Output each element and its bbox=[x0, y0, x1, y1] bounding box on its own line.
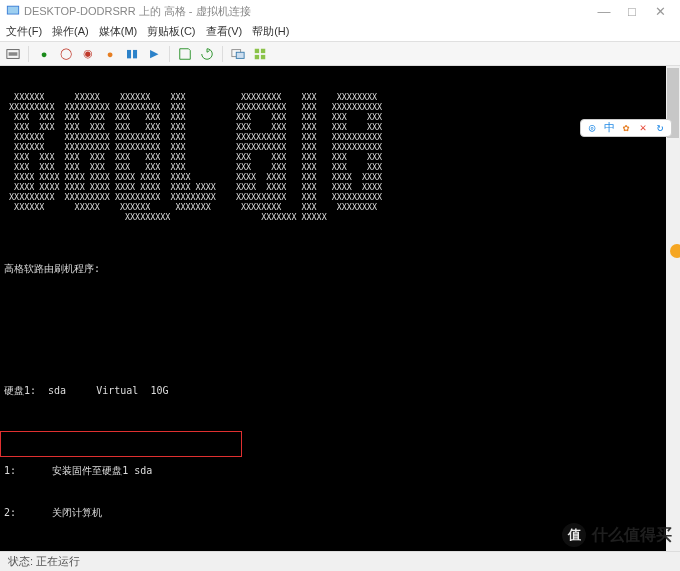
menu-file[interactable]: 文件(F) bbox=[6, 24, 42, 39]
close-button[interactable]: ✕ bbox=[646, 4, 674, 19]
menu-media[interactable]: 媒体(M) bbox=[99, 24, 138, 39]
watermark-text: 什么值得买 bbox=[592, 525, 672, 546]
enhanced-session-button[interactable] bbox=[229, 45, 247, 63]
ctrl-alt-del-button[interactable] bbox=[4, 45, 22, 63]
window-title: DESKTOP-DODRSRR 上的 高格 - 虚拟机连接 bbox=[24, 4, 251, 19]
program-label: 高格软路由刷机程序: bbox=[4, 262, 676, 276]
vm-window: DESKTOP-DODRSRR 上的 高格 - 虚拟机连接 — □ ✕ 文件(F… bbox=[0, 0, 680, 571]
share-button[interactable] bbox=[251, 45, 269, 63]
console-viewport[interactable]: XXXXXX XXXXX XXXXXX XXX XXXXXXXX XXX XXX… bbox=[0, 66, 680, 551]
svg-rect-7 bbox=[261, 48, 265, 52]
float-icon-1[interactable]: ◎ bbox=[585, 121, 599, 135]
reset-button[interactable]: ▶ bbox=[145, 45, 163, 63]
menu-action[interactable]: 操作(A) bbox=[52, 24, 89, 39]
status-text: 状态: 正在运行 bbox=[8, 554, 80, 569]
disk-line: 硬盘1: sda Virtual 10G bbox=[4, 384, 676, 398]
float-icon-5[interactable]: ↻ bbox=[653, 121, 667, 135]
ascii-banner: XXXXXX XXXXX XXXXXX XXX XXXXXXXX XXX XXX… bbox=[4, 92, 676, 222]
menu-help[interactable]: 帮助(H) bbox=[252, 24, 289, 39]
float-icon-3[interactable]: ✿ bbox=[619, 121, 633, 135]
turnoff-button[interactable]: ◯ bbox=[57, 45, 75, 63]
console-scrollbar[interactable] bbox=[666, 66, 680, 551]
svg-rect-1 bbox=[8, 7, 19, 14]
floating-toolbar: ◎ 中 ✿ ✕ ↻ bbox=[580, 119, 672, 137]
revert-button[interactable] bbox=[198, 45, 216, 63]
shutdown-button[interactable]: ◉ bbox=[79, 45, 97, 63]
side-indicator-icon bbox=[670, 244, 680, 258]
svg-rect-9 bbox=[261, 54, 265, 58]
app-icon bbox=[6, 4, 20, 18]
svg-rect-6 bbox=[255, 48, 259, 52]
menu-option-2: 2: 关闭计算机 bbox=[4, 506, 676, 520]
svg-rect-8 bbox=[255, 54, 259, 58]
watermark: 值 什么值得买 bbox=[562, 523, 672, 547]
svg-rect-3 bbox=[9, 52, 18, 56]
float-icon-2[interactable]: 中 bbox=[602, 121, 616, 135]
menu-view[interactable]: 查看(V) bbox=[206, 24, 243, 39]
checkpoint-button[interactable] bbox=[176, 45, 194, 63]
watermark-logo: 值 bbox=[562, 523, 586, 547]
menu-option-1: 1: 安装固件至硬盘1 sda bbox=[4, 464, 676, 478]
start-button[interactable]: ● bbox=[35, 45, 53, 63]
pause-button[interactable]: ▮▮ bbox=[123, 45, 141, 63]
save-button[interactable]: ● bbox=[101, 45, 119, 63]
menu-clipboard[interactable]: 剪贴板(C) bbox=[147, 24, 195, 39]
svg-rect-5 bbox=[236, 52, 244, 58]
titlebar: DESKTOP-DODRSRR 上的 高格 - 虚拟机连接 — □ ✕ bbox=[0, 0, 680, 22]
maximize-button[interactable]: □ bbox=[618, 4, 646, 19]
minimize-button[interactable]: — bbox=[590, 4, 618, 19]
toolbar: ● ◯ ◉ ● ▮▮ ▶ bbox=[0, 42, 680, 66]
float-icon-4[interactable]: ✕ bbox=[636, 121, 650, 135]
menubar: 文件(F) 操作(A) 媒体(M) 剪贴板(C) 查看(V) 帮助(H) bbox=[0, 22, 680, 42]
statusbar: 状态: 正在运行 bbox=[0, 551, 680, 571]
